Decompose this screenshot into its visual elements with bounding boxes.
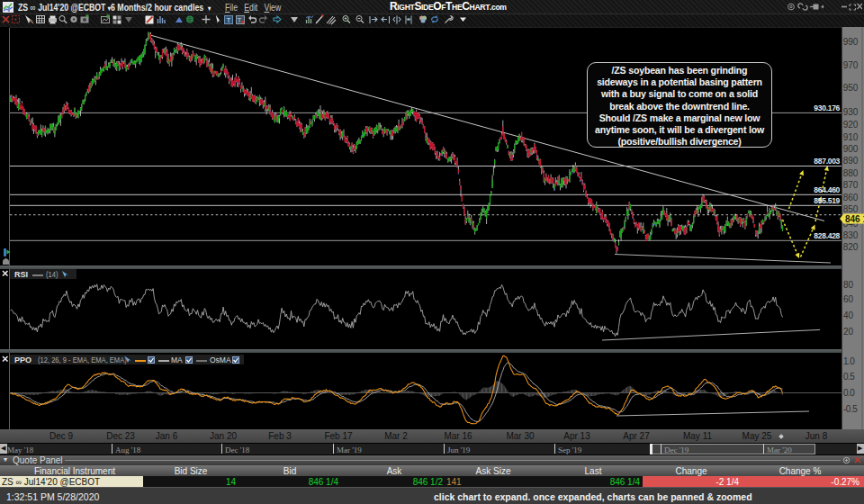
svg-text:846 1: 846 1 xyxy=(845,213,864,223)
